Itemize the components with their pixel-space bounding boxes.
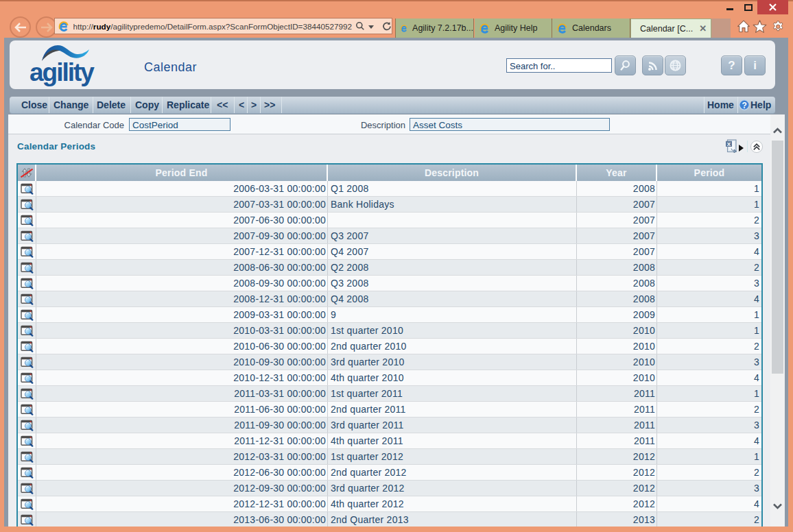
svg-text:?: ? <box>742 101 747 110</box>
svg-text:X: X <box>727 141 731 147</box>
